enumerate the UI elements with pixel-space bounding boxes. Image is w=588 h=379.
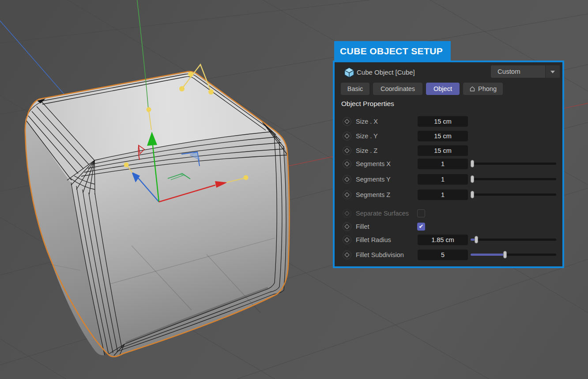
tab-label: Phong [478, 83, 497, 95]
property-row-segments-y: Segments Y 1 [335, 174, 562, 185]
fillet-subdivision-input[interactable]: 5 [418, 250, 468, 260]
property-row-fillet: Fillet ✔ [335, 221, 562, 232]
property-row-size-z: Size . Z 15 cm [335, 145, 562, 156]
segments-z-slider[interactable] [471, 191, 556, 198]
slider-handle[interactable] [503, 251, 507, 258]
property-row-segments-x: Segments X 1 [335, 158, 562, 170]
size-z-input[interactable]: 15 cm [418, 145, 468, 156]
keyframe-diamond-icon[interactable] [343, 117, 351, 126]
segments-x-slider[interactable] [471, 160, 556, 167]
keyframe-diamond-icon[interactable] [343, 235, 351, 244]
property-label: Size . Z [356, 145, 377, 156]
segments-z-input[interactable]: 1 [418, 190, 468, 200]
segments-x-input[interactable]: 1 [418, 159, 468, 169]
property-row-fillet-subdivision: Fillet Subdivision 5 [335, 249, 562, 261]
fillet-handle-dot[interactable] [208, 89, 214, 95]
size-y-input[interactable]: 15 cm [418, 131, 468, 141]
keyframe-diamond-icon[interactable] [343, 250, 351, 259]
slider-handle[interactable] [471, 191, 474, 198]
keyframe-diamond-icon[interactable] [343, 132, 351, 140]
property-label: Segments Z [356, 189, 390, 201]
attributes-panel: Cube Object [Cube] Custom Basic Coordina… [333, 61, 564, 268]
cube-icon [343, 67, 355, 78]
property-label: Separate Surfaces [356, 208, 409, 219]
fillet-radius-slider[interactable] [471, 236, 556, 243]
gizmo-z-scale-handle[interactable] [124, 163, 129, 167]
keyframe-diamond-icon[interactable] [343, 159, 351, 168]
separate-surfaces-checkbox[interactable]: ✔ [417, 209, 425, 217]
property-row-separate-surfaces: Separate Surfaces ✔ [335, 208, 562, 219]
property-label: Size . X [356, 116, 378, 127]
fillet-handle-dot[interactable] [188, 72, 193, 77]
property-row-segments-z: Segments Z 1 [335, 189, 562, 201]
keyframe-diamond-icon[interactable] [343, 175, 351, 184]
slider-handle[interactable] [471, 160, 474, 167]
size-x-input[interactable]: 15 cm [418, 116, 468, 127]
slider-handle[interactable] [471, 175, 474, 183]
fillet-handle-dot[interactable] [179, 86, 185, 91]
check-icon: ✔ [418, 223, 425, 230]
tab-object[interactable]: Object [426, 83, 460, 95]
property-label: Segments X [356, 158, 391, 170]
preset-dropdown[interactable]: Custom [491, 65, 560, 78]
application-window: CUBE OBJECT SETUP Cube Object [Cube] Cus… [0, 0, 588, 379]
property-label: Fillet [356, 221, 369, 232]
property-label: Fillet Radius [356, 234, 391, 246]
keyframe-diamond-icon[interactable] [343, 222, 351, 231]
gizmo-y-scale-handle[interactable] [147, 107, 151, 112]
segments-y-slider[interactable] [471, 175, 556, 183]
tab-basic[interactable]: Basic [341, 83, 369, 95]
tab-coordinates[interactable]: Coordinates [373, 83, 422, 95]
preset-dropdown-arrow-button[interactable] [545, 65, 560, 78]
slider-handle[interactable] [475, 236, 478, 243]
gizmo-x-scale-handle[interactable] [244, 175, 249, 180]
property-label: Segments Y [356, 174, 391, 185]
property-label: Size . Y [356, 130, 378, 142]
tab-phong[interactable]: Phong [463, 83, 503, 95]
tab-label: Object [433, 83, 452, 95]
fillet-checkbox[interactable]: ✔ [417, 223, 425, 231]
fillet-subdivision-slider[interactable] [471, 251, 556, 258]
tab-label: Coordinates [381, 83, 415, 95]
panel-banner: CUBE OBJECT SETUP [334, 41, 451, 61]
keyframe-diamond-icon [343, 209, 351, 218]
keyframe-diamond-icon[interactable] [343, 190, 351, 199]
keyframe-diamond-icon[interactable] [343, 146, 351, 155]
fillet-radius-input[interactable]: 1.85 cm [418, 235, 468, 245]
section-title: Object Properties [341, 100, 394, 108]
segments-y-input[interactable]: 1 [418, 174, 468, 185]
preset-dropdown-value: Custom [498, 65, 520, 78]
panel-banner-title: CUBE OBJECT SETUP [340, 41, 451, 61]
property-label: Fillet Subdivision [356, 249, 404, 261]
phong-tag-icon [469, 86, 475, 92]
property-row-size-x: Size . X 15 cm [335, 116, 562, 127]
property-row-fillet-radius: Fillet Radius 1.85 cm [335, 234, 562, 246]
tab-label: Basic [347, 83, 363, 95]
object-title: Cube Object [Cube] [357, 66, 415, 79]
property-row-size-y: Size . Y 15 cm [335, 130, 562, 142]
chevron-down-icon [550, 71, 555, 73]
